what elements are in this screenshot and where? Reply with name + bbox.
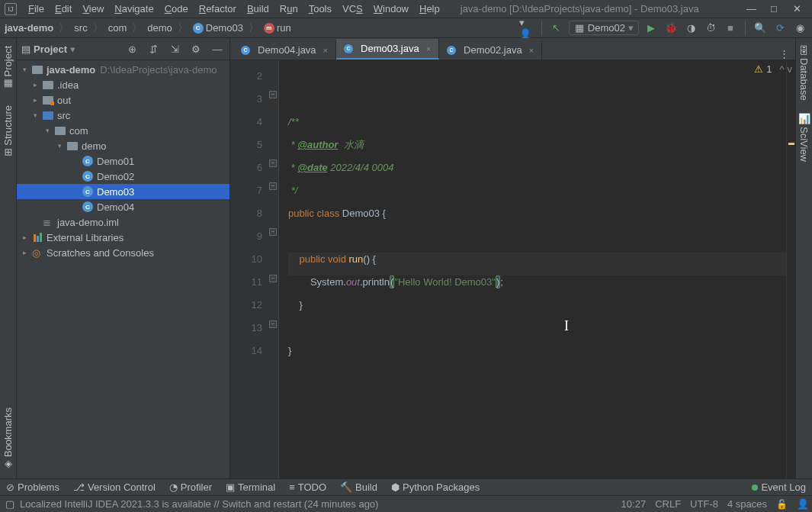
tree-file-demo02[interactable]: CDemo02	[17, 169, 229, 184]
tool-tab-project[interactable]: ▦Project	[2, 46, 14, 90]
tree-folder-idea[interactable]: ▸.idea	[17, 77, 229, 92]
tree-file-demo03[interactable]: CDemo03	[17, 184, 229, 199]
menu-edit[interactable]: Edit	[50, 3, 77, 14]
tool-event-log[interactable]: Event Log	[752, 481, 806, 493]
inspections-widget[interactable]: ⚠1 ^ v	[754, 63, 792, 75]
tree-file-demo01[interactable]: CDemo01	[17, 153, 229, 169]
file-encoding[interactable]: UTF-8	[690, 498, 718, 510]
tool-tab-database[interactable]: 🗄Database	[798, 46, 810, 101]
ide-settings-icon[interactable]: ◉	[792, 21, 807, 36]
project-tool-window: ▤Project ▾ ⊕ ⇵ ⇲ ⚙ — ▾java-demoD:\IdeaPr…	[17, 38, 230, 478]
tool-todo[interactable]: ≡TODO	[289, 481, 326, 493]
tree-package-com[interactable]: ▾com	[17, 123, 229, 138]
fold-toggle-icon[interactable]: −	[269, 228, 277, 236]
build-hammer-icon[interactable]: ↖	[549, 21, 564, 36]
project-icon: ▤	[21, 43, 30, 55]
tree-file-iml[interactable]: ≣java-demo.iml	[17, 214, 229, 230]
menu-tools[interactable]: Tools	[303, 3, 337, 14]
caret-position[interactable]: 10:27	[621, 498, 647, 510]
editor-area: CDemo04.java× CDemo03.java× CDemo02.java…	[230, 38, 795, 478]
close-button[interactable]: ✕	[792, 3, 801, 14]
error-stripe[interactable]	[786, 60, 795, 478]
tool-terminal[interactable]: ▣Terminal	[226, 481, 275, 493]
run-button-icon[interactable]: ▶	[644, 21, 659, 36]
tabs-menu-icon[interactable]: ⋮	[773, 48, 795, 60]
tree-package-demo[interactable]: ▾demo	[17, 138, 229, 153]
close-icon[interactable]: ×	[323, 46, 328, 55]
project-view-selector[interactable]: ▤Project ▾	[21, 43, 75, 55]
fold-toggle-icon[interactable]: −	[269, 182, 277, 190]
close-icon[interactable]: ×	[426, 44, 431, 53]
fold-toggle-icon[interactable]: −	[269, 91, 277, 98]
tree-external-libs[interactable]: ▸External Libraries	[17, 230, 229, 245]
tab-demo04[interactable]: CDemo04.java×	[233, 40, 336, 60]
tab-demo03[interactable]: CDemo03.java×	[336, 39, 439, 60]
menu-code[interactable]: Code	[159, 3, 194, 14]
tool-tab-bookmarks[interactable]: ◈Bookmarks	[2, 407, 14, 471]
tool-profiler[interactable]: ◔Profiler	[169, 481, 212, 493]
breadcrumb-method[interactable]: mrun	[264, 22, 291, 34]
menu-file[interactable]: File	[23, 3, 50, 14]
breadcrumb-pkg-com[interactable]: com	[108, 22, 127, 34]
expand-all-icon[interactable]: ⇵	[146, 41, 161, 56]
tree-scratches[interactable]: ▸◎Scratches and Consoles	[17, 245, 229, 260]
search-everywhere-icon[interactable]: 🔍	[753, 21, 768, 36]
tree-folder-src[interactable]: ▾src	[17, 108, 229, 123]
tool-build[interactable]: 🔨Build	[340, 481, 377, 493]
menu-help[interactable]: Help	[414, 3, 445, 14]
breadcrumb-src[interactable]: src	[74, 22, 87, 34]
line-number-gutter: 234 567 8910 111213 14	[230, 60, 268, 478]
tree-folder-out[interactable]: ▸out	[17, 92, 229, 108]
indent-setting[interactable]: 4 spaces	[727, 498, 767, 510]
hide-icon[interactable]: —	[210, 41, 225, 56]
fold-toggle-icon[interactable]: −	[269, 159, 277, 167]
run-config-selector[interactable]: ▦ Demo02 ▾	[569, 21, 639, 35]
fold-toggle-icon[interactable]: −	[269, 320, 277, 328]
tree-root[interactable]: ▾java-demoD:\IdeaProjects\java-demo	[17, 62, 229, 77]
tool-version-control[interactable]: ⎇Version Control	[73, 481, 156, 493]
status-message[interactable]: Localized IntelliJ IDEA 2021.3.3 is avai…	[20, 498, 378, 510]
project-tree[interactable]: ▾java-demoD:\IdeaProjects\java-demo ▸.id…	[17, 60, 229, 478]
tool-tab-structure[interactable]: ⊞Structure	[2, 105, 14, 156]
tool-python-packages[interactable]: ⬢Python Packages	[391, 481, 480, 493]
warning-marker[interactable]	[788, 143, 794, 145]
menu-view[interactable]: View	[77, 3, 109, 14]
add-config-icon[interactable]: ▾👤	[519, 21, 534, 36]
tool-windows-icon[interactable]: ▢	[5, 498, 15, 510]
collapse-all-icon[interactable]: ⇲	[167, 41, 182, 56]
breadcrumb-pkg-demo[interactable]: demo	[147, 22, 172, 34]
tab-demo02[interactable]: CDemo02.java×	[439, 40, 542, 60]
code-editor[interactable]: ⚠1 ^ v 234 567 8910 111213 14 − − − − − …	[230, 60, 795, 478]
menu-navigate[interactable]: Navigate	[109, 3, 159, 14]
breadcrumb-project[interactable]: java-demo	[5, 22, 53, 34]
debug-button-icon[interactable]: 🐞	[663, 21, 679, 36]
maximize-button[interactable]: □	[769, 3, 778, 14]
menu-run[interactable]: Run	[274, 3, 303, 14]
tool-problems[interactable]: ⊘Problems	[6, 481, 59, 493]
minimize-button[interactable]: —	[746, 3, 756, 14]
readonly-lock-icon[interactable]: 🔓	[776, 499, 788, 510]
coverage-icon[interactable]: ◑	[683, 21, 698, 36]
profile-icon[interactable]: ⏱	[703, 21, 718, 36]
menu-refactor[interactable]: Refactor	[194, 3, 242, 14]
line-separator[interactable]: CRLF	[655, 498, 681, 510]
menu-build[interactable]: Build	[242, 3, 274, 14]
locate-icon[interactable]: ⊕	[124, 41, 140, 56]
inspection-profile-icon[interactable]: 👤	[797, 498, 807, 510]
breadcrumb-class[interactable]: CDemo03	[193, 22, 243, 34]
update-icon[interactable]: ⟳	[772, 21, 788, 36]
sciview-icon: 📊	[798, 112, 810, 124]
fold-gutter[interactable]: − − − − − −	[268, 60, 279, 478]
java-class-icon: C	[447, 46, 456, 55]
java-class-icon: C	[344, 44, 353, 53]
java-class-icon: C	[241, 46, 250, 55]
tool-tab-sciview[interactable]: 📊SciView	[798, 112, 810, 162]
settings-gear-icon[interactable]: ⚙	[188, 41, 204, 56]
stop-icon[interactable]: ■	[723, 21, 738, 36]
fold-toggle-icon[interactable]: −	[269, 275, 277, 282]
menu-vcs[interactable]: VCS	[337, 3, 368, 14]
menu-window[interactable]: Window	[368, 3, 414, 14]
tree-file-demo04[interactable]: CDemo04	[17, 199, 229, 214]
code-content[interactable]: /** * @author 水滴 * @date 2022/4/4 0004 *…	[279, 60, 786, 478]
close-icon[interactable]: ×	[529, 46, 534, 55]
